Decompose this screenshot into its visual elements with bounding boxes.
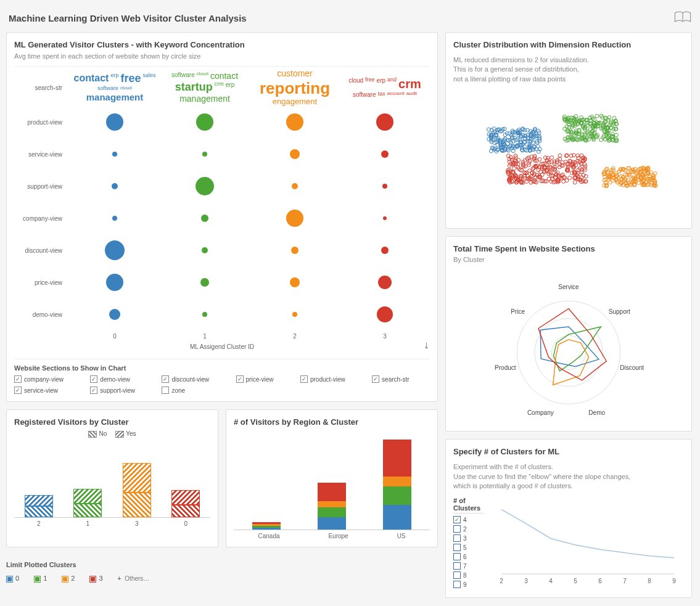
registered-bar[interactable] <box>25 495 53 517</box>
registered-bar[interactable] <box>123 463 151 517</box>
checkbox-icon[interactable] <box>300 375 308 383</box>
bubble-cell[interactable] <box>250 170 340 202</box>
bubble-cell[interactable] <box>250 106 340 138</box>
checkbox-icon[interactable] <box>453 581 461 588</box>
bubble-cell[interactable] <box>70 266 160 298</box>
bubble-cell[interactable] <box>340 266 430 298</box>
radar-axis-label: Demo <box>588 409 605 416</box>
bubble-cell[interactable] <box>250 234 340 266</box>
region-bar[interactable] <box>318 483 346 530</box>
bubble-cell[interactable] <box>70 138 160 170</box>
limit-cluster-0[interactable]: 0 <box>6 575 19 583</box>
radar-axis-label: Product <box>495 364 516 371</box>
elbow-chart[interactable]: 23456789 <box>489 497 680 589</box>
row-label-service-view: service-view <box>14 138 70 170</box>
elbow-option-5[interactable]: 5 <box>453 544 484 551</box>
page-title: Machine Learning Driven Web Visitor Clus… <box>9 13 247 23</box>
section-filter-search-str[interactable]: search-str <box>372 375 430 383</box>
checkbox-icon[interactable] <box>453 553 461 560</box>
bubble-cell[interactable] <box>250 298 340 330</box>
svg-point-798 <box>521 163 525 166</box>
radar-axis-label: Service <box>558 284 579 290</box>
checkbox-icon[interactable] <box>453 534 461 542</box>
bubble-cell[interactable] <box>70 298 160 330</box>
bubble-cell[interactable] <box>160 138 250 170</box>
elbow-option-8[interactable]: 8 <box>453 571 484 579</box>
section-filter-service-view[interactable]: service-view <box>14 387 84 394</box>
svg-point-642 <box>569 154 573 158</box>
checkbox-icon[interactable] <box>162 387 169 394</box>
registered-xaxis-label: 2 <box>37 520 41 527</box>
registered-bar[interactable] <box>171 490 200 517</box>
section-filter-company-view[interactable]: company-view <box>14 375 84 383</box>
bubble-cell[interactable] <box>160 266 250 298</box>
checkbox-icon[interactable] <box>453 571 461 579</box>
bubble-cell[interactable] <box>340 234 430 266</box>
checkbox-icon[interactable] <box>90 375 97 383</box>
section-filter-zone[interactable]: zone <box>162 387 229 394</box>
bubble-cell[interactable] <box>70 106 160 138</box>
elbow-option-9[interactable]: 9 <box>453 581 484 588</box>
svg-point-688 <box>528 169 532 173</box>
svg-point-753 <box>562 180 566 184</box>
bubble-cell[interactable] <box>250 202 340 234</box>
svg-point-97 <box>489 149 493 153</box>
section-filter-support-view[interactable]: support-view <box>90 387 155 394</box>
section-filter-product-view[interactable]: product-view <box>300 375 366 383</box>
bubble-cell[interactable] <box>70 170 160 202</box>
region-bar[interactable] <box>252 522 281 530</box>
bubble-cell[interactable] <box>160 298 250 330</box>
bubble-cell[interactable] <box>160 106 250 138</box>
svg-point-745 <box>566 163 570 166</box>
bubble-cell[interactable] <box>160 234 250 266</box>
region-xaxis-label: Canada <box>258 533 279 539</box>
region-bar[interactable] <box>383 440 411 530</box>
limit-cluster-1[interactable]: 1 <box>34 575 47 583</box>
registered-title: Registered Visitors by Cluster <box>14 417 210 427</box>
radar-chart[interactable]: ServiceSupportDiscountDemoCompanyProduct… <box>453 263 684 424</box>
elbow-option-3[interactable]: 3 <box>453 534 484 542</box>
checkbox-icon[interactable] <box>453 562 461 570</box>
checkbox-icon[interactable] <box>236 375 244 383</box>
elbow-option-6[interactable]: 6 <box>453 553 484 560</box>
download-icon[interactable]: ⤓ <box>423 341 430 350</box>
checkbox-icon[interactable] <box>90 387 97 394</box>
checkbox-icon[interactable] <box>14 375 22 383</box>
row-label-price-view: price-view <box>14 266 70 298</box>
checkbox-icon[interactable] <box>453 525 461 533</box>
limit-cluster-3[interactable]: 3 <box>89 575 102 583</box>
bubble-cell[interactable] <box>160 202 250 234</box>
checkbox-icon[interactable] <box>372 375 379 383</box>
limit-title: Limit Plotted Clusters <box>6 561 438 568</box>
checkbox-icon[interactable] <box>14 387 22 394</box>
svg-marker-815 <box>553 340 589 385</box>
bubble-cell[interactable] <box>70 234 160 266</box>
radar-title: Total Time Spent in Website Sections <box>453 244 684 253</box>
svg-marker-814 <box>553 327 601 371</box>
svg-text:4: 4 <box>549 578 553 584</box>
bubble-cell[interactable] <box>340 298 430 330</box>
elbow-option-2[interactable]: 2 <box>453 525 484 533</box>
checkbox-icon[interactable] <box>162 375 169 383</box>
docs-book-icon[interactable] <box>674 11 691 25</box>
elbow-option-7[interactable]: 7 <box>453 562 484 570</box>
svg-point-792 <box>550 156 554 160</box>
section-filter-discount-view[interactable]: discount-view <box>162 375 229 383</box>
registered-bar[interactable] <box>73 489 102 517</box>
scatter-chart[interactable] <box>453 84 684 219</box>
section-filter-price-view[interactable]: price-view <box>236 375 294 383</box>
bubble-cell[interactable] <box>250 266 340 298</box>
bubble-cell[interactable] <box>340 202 430 234</box>
checkbox-icon[interactable] <box>453 544 461 551</box>
bubble-cell[interactable] <box>250 138 340 170</box>
bubble-cell[interactable] <box>340 138 430 170</box>
limit-cluster-2[interactable]: 2 <box>62 575 75 583</box>
section-filter-demo-view[interactable]: demo-view <box>90 375 155 383</box>
checkbox-icon[interactable] <box>453 516 461 523</box>
bubble-cell[interactable] <box>340 170 430 202</box>
bubble-cell[interactable] <box>70 202 160 234</box>
bubble-cell[interactable] <box>340 106 430 138</box>
bubble-cell[interactable] <box>160 170 250 202</box>
elbow-option-4[interactable]: 4 <box>453 516 484 523</box>
limit-others[interactable]: +Others… <box>118 575 150 582</box>
